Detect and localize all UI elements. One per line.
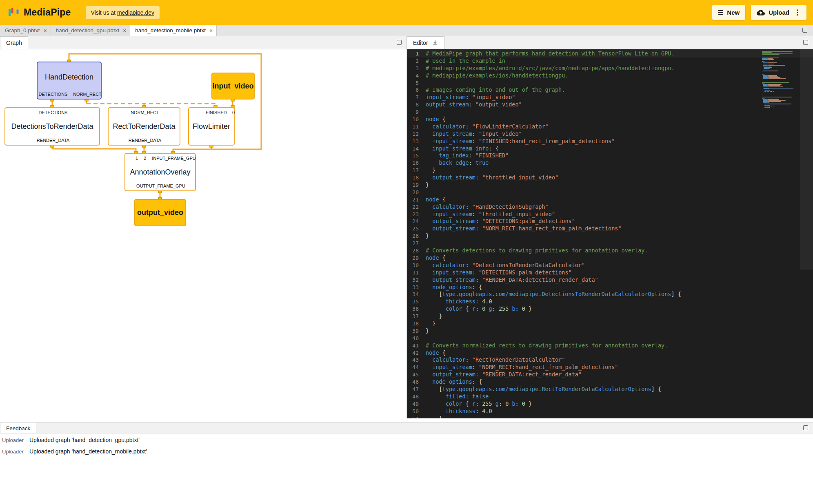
code-line[interactable]: 14 input_stream_info: { <box>407 145 813 153</box>
code-line[interactable]: 27 <box>407 240 813 247</box>
minimap-line <box>762 97 792 97</box>
code-line[interactable]: 10node { <box>407 116 813 123</box>
line-text: calculator: "FlowLimiterCalculator" <box>426 123 549 130</box>
graph-tab[interactable]: Graph <box>0 36 28 49</box>
visit-chip: Visit us at mediapipe.dev <box>86 6 160 19</box>
line-text: output_stream: "RENDER_DATA:detection_re… <box>426 276 598 284</box>
minimap-line <box>763 101 768 102</box>
code-line[interactable]: 43 calculator: "RectToRenderDataCalculat… <box>407 356 813 364</box>
graph-node-rect-to-render-data[interactable]: NORM_RECT RectToRenderData RENDER_DATA <box>108 107 180 146</box>
graph-canvas[interactable]: HandDetection DETECTIONS NORM_RECT input… <box>0 49 407 418</box>
code-line[interactable]: 25 output_stream: "NORM_RECT:hand_rect_f… <box>407 225 813 232</box>
code-line[interactable]: 3# mediapipie/examples/android/src/java/… <box>407 65 813 72</box>
code-line[interactable]: 13 input_stream: "FINISHED:hand_rect_fro… <box>407 138 813 145</box>
scrollbar-thumb[interactable] <box>800 49 813 270</box>
graph-node-detections-to-render-data[interactable]: DETECTIONS DetectionsToRenderData RENDER… <box>4 107 100 146</box>
graph-node-output-video[interactable]: output_video <box>134 199 186 226</box>
code-line[interactable]: 34 [type.googleapis.com/mediapipe.Detect… <box>407 291 813 298</box>
expand-editor-icon[interactable] <box>803 40 808 45</box>
code-line[interactable]: 40 <box>407 335 813 342</box>
editor-minimap[interactable] <box>762 49 800 418</box>
minimap-line <box>764 74 764 75</box>
code-line[interactable]: 35 thickness: 4.0 <box>407 298 813 305</box>
file-tab[interactable]: Graph_0.pbtxt× <box>0 25 51 36</box>
code-line[interactable]: 28# Converts detections to drawing primi… <box>407 247 813 254</box>
code-line[interactable]: 50 thickness: 4.0 <box>407 408 813 415</box>
expand-feedback-icon[interactable] <box>803 425 808 430</box>
code-line[interactable]: 1# MediaPipe graph that performs hand de… <box>407 50 813 57</box>
code-line[interactable]: 7input_stream: "input_video" <box>407 94 813 101</box>
close-tab-icon[interactable]: × <box>209 27 213 34</box>
code-line[interactable]: 51 } <box>407 415 813 418</box>
code-editor[interactable]: 1# MediaPipe graph that performs hand de… <box>407 49 813 418</box>
upload-button[interactable]: Upload ⋮ <box>751 5 806 20</box>
code-line[interactable]: 38 } <box>407 320 813 327</box>
editor-tab[interactable]: Editor <box>407 36 444 49</box>
feedback-tab[interactable]: Feedback <box>0 423 36 433</box>
code-line[interactable]: 32 output_stream: "RENDER_DATA:detection… <box>407 276 813 284</box>
file-tab[interactable]: hand_detection_gpu.pbtxt× <box>51 25 131 36</box>
minimap-line <box>763 75 767 76</box>
code-line[interactable]: 30 calculator: "DetectionsToRenderDataCa… <box>407 262 813 269</box>
code-line[interactable]: 46 node_options: { <box>407 378 813 386</box>
minimap-line <box>768 105 770 106</box>
line-number: 49 <box>407 400 426 408</box>
graph-node-hand-detection[interactable]: HandDetection DETECTIONS NORM_RECT <box>37 62 102 99</box>
code-line[interactable]: 49 color { r: 255 g: 0 b: 0 } <box>407 400 813 408</box>
line-number: 46 <box>407 378 426 386</box>
code-line[interactable]: 24 output_stream: "DETECTIONS:palm_detec… <box>407 218 813 225</box>
feedback-log: UploaderUploaded graph 'hand_detection_g… <box>0 433 813 504</box>
code-line[interactable]: 20 <box>407 189 813 196</box>
new-button[interactable]: ☰ New <box>712 5 745 20</box>
close-tab-icon[interactable]: × <box>44 27 47 34</box>
file-tab[interactable]: hand_detection_mobile.pbtxt× <box>130 25 217 36</box>
editor-scrollbar[interactable] <box>800 49 813 418</box>
code-line[interactable]: 17 } <box>407 167 813 174</box>
line-number: 28 <box>407 247 426 254</box>
port-label: FINISHED <box>206 110 227 115</box>
port-label: NORM_RECT <box>73 92 102 97</box>
code-line[interactable]: 16 back_edge: true <box>407 159 813 167</box>
kebab-menu-icon[interactable]: ⋮ <box>794 8 801 17</box>
code-line[interactable]: 6# Images coming into and out of the gra… <box>407 86 813 94</box>
code-line[interactable]: 44 input_stream: "NORM_RECT:hand_rect_fr… <box>407 364 813 371</box>
minimap-line <box>769 86 783 87</box>
code-line[interactable]: 11 calculator: "FlowLimiterCalculator" <box>407 123 813 130</box>
code-line[interactable]: 22 calculator: "HandDetectionSubgraph" <box>407 203 813 211</box>
code-line[interactable]: 19} <box>407 181 813 189</box>
code-line[interactable]: 15 tag_index: "FINISHED" <box>407 152 813 159</box>
expand-graph-icon[interactable] <box>397 40 402 45</box>
line-number: 7 <box>407 94 426 101</box>
code-line[interactable]: 47 [type.googleapis.com/mediapipe.RectTo… <box>407 386 813 393</box>
popout-strip-icon[interactable] <box>802 28 807 33</box>
download-icon[interactable] <box>432 40 438 46</box>
code-line[interactable]: 18 output_stream: "throttled_input_video… <box>407 174 813 181</box>
line-number: 43 <box>407 356 426 364</box>
code-line[interactable]: 31 input_stream: "DETECTIONS:palm_detect… <box>407 269 813 276</box>
close-tab-icon[interactable]: × <box>123 27 126 34</box>
code-line[interactable]: 2# Used in the example in <box>407 57 813 65</box>
code-line[interactable]: 26} <box>407 232 813 240</box>
line-text: # mediapipie/examples/ios/handdetectiong… <box>426 72 569 80</box>
code-line[interactable]: 12 input_stream: "input_video" <box>407 130 813 138</box>
code-line[interactable]: 41# Converts normalized rects to drawing… <box>407 342 813 349</box>
code-line[interactable]: 4# mediapipie/examples/ios/handdetection… <box>407 72 813 80</box>
code-line[interactable]: 42node { <box>407 349 813 357</box>
code-line[interactable]: 9 <box>407 108 813 116</box>
code-line[interactable]: 45 output_stream: "RENDER_DATA:rect_rend… <box>407 371 813 378</box>
graph-node-flow-limiter[interactable]: FINISHED 0 FlowLimiter <box>188 107 235 146</box>
code-line[interactable]: 39} <box>407 327 813 335</box>
graph-node-input-video[interactable]: input_video <box>211 73 255 99</box>
code-line[interactable]: 33 node_options: { <box>407 284 813 291</box>
graph-node-annotation-overlay[interactable]: 1 2 INPUT_FRAME_GPU AnnotationOverlay OU… <box>124 153 196 191</box>
code-line[interactable]: 21node { <box>407 196 813 203</box>
code-line[interactable]: 29node { <box>407 254 813 262</box>
code-line[interactable]: 23 input_stream: "throttled_input_video" <box>407 211 813 218</box>
code-line[interactable]: 36 color { r: 0 g: 255 b: 0 } <box>407 305 813 313</box>
code-line[interactable]: 5 <box>407 80 813 87</box>
code-line[interactable]: 37 } <box>407 313 813 320</box>
mediapipe-dev-link[interactable]: mediapipe.dev <box>117 9 154 16</box>
line-text: calculator: "RectToRenderDataCalculator" <box>426 356 565 364</box>
code-line[interactable]: 8output_stream: "output_video" <box>407 101 813 108</box>
code-line[interactable]: 48 filled: false <box>407 393 813 400</box>
